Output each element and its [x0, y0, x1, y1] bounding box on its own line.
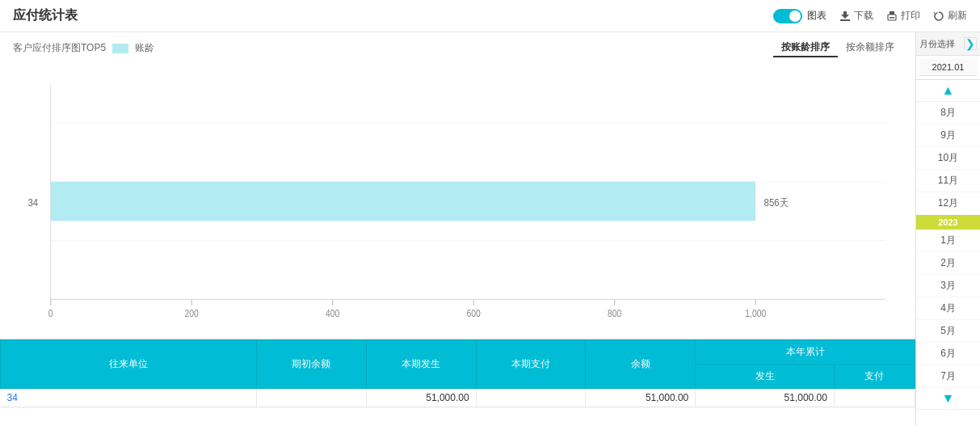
table-section: 往来单位 期初余额 本期发生 本期支付 余额 本年累计 发生 支付	[0, 339, 915, 407]
year-divider-2023: 2023	[916, 215, 980, 230]
print-label: 打印	[901, 9, 920, 23]
svg-text:200: 200	[185, 309, 199, 319]
chart-toggle[interactable]	[773, 9, 802, 23]
bar-rect	[51, 182, 755, 221]
main-area: 客户应付排序图TOP5 账龄 按账龄排序 按余额排序 34	[0, 32, 980, 426]
page-title: 应付统计表	[13, 7, 78, 24]
cell-current-pay	[476, 389, 586, 407]
col-current-pay-header: 本期支付	[476, 340, 586, 389]
col-opening-header: 期初余额	[256, 340, 366, 389]
sort-by-amount-button[interactable]: 按余额排序	[838, 39, 902, 57]
nav-up-button[interactable]: ▲	[916, 80, 980, 102]
sidebar-expand-icon[interactable]: ❯	[964, 37, 977, 50]
chart-toggle-label: 图表	[807, 9, 826, 23]
month-item-jan[interactable]: 1月	[916, 230, 980, 252]
chart-legend: 客户应付排序图TOP5 账龄	[13, 41, 154, 55]
chart-sort-buttons: 按账龄排序 按余额排序	[773, 39, 902, 57]
print-button[interactable]: 打印	[886, 9, 920, 23]
sidebar-nav: ▲ 8月 9月 10月 11月 12月 2023 1月 2月 3月 4月 5月 …	[916, 80, 980, 410]
month-item-oct[interactable]: 10月	[916, 147, 980, 170]
sidebar-date-area	[916, 56, 980, 80]
refresh-label: 刷新	[948, 9, 967, 23]
chart-toggle-group: 图表	[773, 9, 826, 23]
col-unit-header: 往来单位	[1, 340, 257, 389]
svg-rect-0	[840, 19, 850, 21]
nav-down-button[interactable]: ▼	[916, 388, 980, 410]
svg-text:800: 800	[608, 309, 621, 319]
svg-rect-2	[890, 11, 894, 15]
cell-ytd-occur: 51,000.00	[696, 389, 835, 407]
refresh-icon	[933, 11, 944, 22]
table-row: 34 51,000.00 51,000.00 51,000.00	[1, 389, 915, 407]
cell-balance: 51,000.00	[586, 389, 696, 407]
download-button[interactable]: 下载	[839, 9, 873, 23]
svg-rect-3	[890, 17, 894, 19]
month-item-sep[interactable]: 9月	[916, 124, 980, 147]
month-item-may[interactable]: 5月	[916, 320, 980, 343]
chart-header: 客户应付排序图TOP5 账龄 按账龄排序 按余额排序	[0, 32, 915, 64]
month-item-dec[interactable]: 12月	[916, 192, 980, 215]
month-item-jul[interactable]: 7月	[916, 365, 980, 388]
month-picker-input[interactable]	[919, 59, 977, 76]
col-current-occur-header: 本期发生	[366, 340, 476, 389]
legend-box	[112, 44, 128, 53]
col-balance-header: 余额	[586, 340, 696, 389]
month-item-nov[interactable]: 11月	[916, 170, 980, 192]
unit-link[interactable]: 34	[7, 392, 18, 403]
svg-text:600: 600	[467, 309, 481, 319]
col-ytd-occur-header: 发生	[696, 365, 835, 389]
legend-title: 客户应付排序图TOP5	[13, 41, 106, 55]
sidebar: 月份选择 ❯ ▲ 8月 9月 10月 11月 12月 2023 1月 2月 3月…	[915, 32, 980, 426]
sidebar-title: 月份选择	[919, 38, 955, 50]
bar-chart: 34 856天 0 200	[13, 64, 902, 339]
app-container: 应付统计表 图表 下载 打印 刷新	[0, 0, 980, 426]
download-label: 下载	[854, 9, 873, 23]
data-table: 往来单位 期初余额 本期发生 本期支付 余额 本年累计 发生 支付	[0, 340, 915, 407]
sort-by-balance-button[interactable]: 按账龄排序	[773, 39, 838, 57]
month-item-jun[interactable]: 6月	[916, 343, 980, 365]
chart-section: 客户应付排序图TOP5 账龄 按账龄排序 按余额排序 34	[0, 32, 915, 426]
legend-label: 账龄	[135, 41, 154, 55]
y-axis-label: 34	[27, 196, 38, 209]
cell-current-occur: 51,000.00	[366, 389, 476, 407]
col-ytd-pay-header: 支付	[834, 365, 915, 389]
month-item-apr[interactable]: 4月	[916, 297, 980, 320]
svg-text:1,000: 1,000	[745, 309, 766, 319]
cell-opening	[256, 389, 366, 407]
month-item-feb[interactable]: 2月	[916, 252, 980, 275]
svg-text:400: 400	[326, 309, 339, 319]
cell-ytd-pay	[834, 389, 915, 407]
header: 应付统计表 图表 下载 打印 刷新	[0, 0, 980, 32]
header-actions: 图表 下载 打印 刷新	[773, 9, 967, 23]
col-ytd-group-header: 本年累计	[696, 340, 915, 365]
bar-end-label: 856天	[764, 196, 789, 209]
chart-wrapper: 34 856天 0 200	[0, 64, 915, 339]
cell-unit: 34	[1, 389, 257, 407]
refresh-button[interactable]: 刷新	[933, 9, 967, 23]
month-item-mar[interactable]: 3月	[916, 275, 980, 297]
svg-text:0: 0	[48, 309, 53, 319]
month-item-aug[interactable]: 8月	[916, 102, 980, 124]
sidebar-header: 月份选择 ❯	[916, 32, 980, 56]
print-icon	[886, 11, 898, 22]
download-icon	[839, 11, 851, 22]
